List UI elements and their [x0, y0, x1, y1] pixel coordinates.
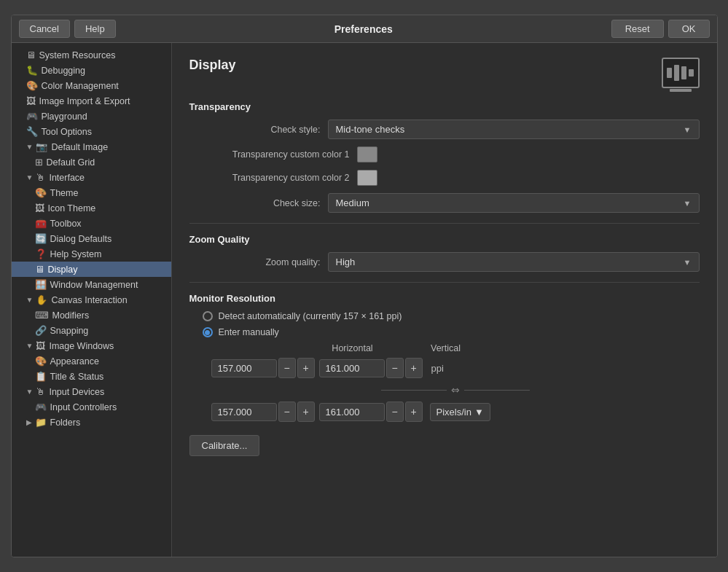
- zoom-quality-section: Zoom Quality Zoom quality: High ▼: [189, 234, 700, 272]
- v-plus-btn-2[interactable]: +: [405, 401, 423, 422]
- sidebar-item-input-devices[interactable]: ▼ 🖱 Input Devices: [12, 384, 171, 399]
- sidebar-item-label: Snapping: [50, 326, 89, 336]
- display-icon-container: [662, 58, 700, 88]
- sidebar-item-label: Icon Theme: [48, 203, 96, 213]
- sidebar-item-image-import-export[interactable]: 🖼 Image Import & Export: [12, 93, 171, 109]
- sidebar-item-modifiers[interactable]: ⌨ Modifiers: [12, 307, 171, 323]
- v-minus-btn-2[interactable]: −: [386, 401, 404, 422]
- v-minus-btn-1[interactable]: −: [386, 358, 404, 378]
- h-minus-btn-1[interactable]: −: [278, 358, 296, 378]
- sidebar-item-tool-options[interactable]: 🔧 Tool Options: [12, 124, 171, 139]
- custom-color-1-row: Transparency custom color 1: [189, 146, 700, 162]
- sidebar-item-interface[interactable]: ▼ 🖱 Interface: [12, 170, 171, 185]
- check-size-row: Check size: Medium ▼: [189, 193, 700, 213]
- debugging-icon: 🐛: [26, 65, 38, 76]
- preferences-window: Cancel Help Preferences Reset OK 🖥 Syste…: [11, 15, 718, 557]
- sidebar-item-label: System Resources: [39, 50, 116, 60]
- display-monitor-icon: [662, 58, 700, 88]
- vertical-input-1[interactable]: [319, 359, 385, 377]
- content-area: Display Transparency: [172, 43, 717, 557]
- check-style-row: Check style: Mid-tone checks ▼: [189, 120, 700, 139]
- main-area: 🖥 System Resources 🐛 Debugging 🎨 Color M…: [12, 43, 717, 557]
- check-style-dropdown[interactable]: Mid-tone checks ▼: [328, 120, 700, 139]
- auto-detect-radio[interactable]: [203, 311, 213, 321]
- sidebar-item-label: Image Windows: [49, 341, 114, 351]
- input-controllers-icon: 🎮: [35, 401, 47, 412]
- h-minus-btn-2[interactable]: −: [278, 401, 296, 422]
- reset-button[interactable]: Reset: [611, 20, 664, 38]
- tool-options-icon: 🔧: [26, 126, 38, 137]
- sidebar-item-label: Default Grid: [47, 157, 95, 168]
- h-plus-btn-1[interactable]: +: [297, 358, 315, 378]
- manual-radio[interactable]: [203, 327, 213, 337]
- sidebar-item-folders[interactable]: ▶ 📁 Folders: [12, 415, 171, 430]
- custom-color-2-row: Transparency custom color 2: [189, 170, 700, 186]
- vertical-input-2[interactable]: [319, 403, 385, 421]
- sidebar-item-appearance[interactable]: 🎨 Appearance: [12, 353, 171, 369]
- manual-label: Enter manually: [219, 327, 279, 337]
- image-import-export-icon: 🖼: [26, 95, 36, 106]
- check-size-dropdown[interactable]: Medium ▼: [328, 193, 700, 213]
- check-style-label: Check style:: [189, 125, 321, 135]
- sidebar-item-window-management[interactable]: 🪟 Window Management: [12, 277, 171, 292]
- horizontal-input-group-1: − +: [211, 358, 315, 378]
- page-title: Display: [189, 58, 236, 73]
- manual-inputs: Horizontal Vertical − + − +: [211, 343, 700, 422]
- collapse-arrow: ▼: [26, 296, 34, 304]
- sidebar-item-theme[interactable]: 🎨 Theme: [12, 185, 171, 200]
- custom-color-2-label: Transparency custom color 2: [189, 173, 350, 183]
- calibrate-button[interactable]: Calibrate...: [189, 435, 260, 456]
- col-headers: Horizontal Vertical: [214, 343, 700, 353]
- monitor-base: [670, 89, 692, 92]
- sidebar-item-input-controllers[interactable]: 🎮 Input Controllers: [12, 399, 171, 415]
- horizontal-input-2[interactable]: [211, 403, 277, 421]
- h-plus-btn-2[interactable]: +: [297, 401, 315, 422]
- input-devices-icon: 🖱: [36, 386, 45, 397]
- titlebar: Cancel Help Preferences Reset OK: [12, 15, 717, 43]
- cancel-button[interactable]: Cancel: [19, 20, 70, 38]
- sidebar-item-debugging[interactable]: 🐛 Debugging: [12, 63, 171, 78]
- units-dropdown[interactable]: Pixels/in ▼: [430, 403, 490, 421]
- sidebar-item-label: Canvas Interaction: [51, 295, 127, 305]
- sidebar-item-snapping[interactable]: 🔗 Snapping: [12, 323, 171, 338]
- sidebar-item-label: Dialog Defaults: [50, 234, 112, 244]
- sidebar-item-playground[interactable]: 🎮 Playground: [12, 109, 171, 124]
- ok-button[interactable]: OK: [668, 20, 710, 38]
- dialog-defaults-icon: 🔄: [35, 233, 47, 244]
- sidebar-item-label: Title & Status: [50, 372, 104, 382]
- sidebar-item-color-management[interactable]: 🎨 Color Management: [12, 78, 171, 93]
- sidebar-item-default-grid[interactable]: ⊞ Default Grid: [12, 154, 171, 170]
- sidebar-item-label: Image Import & Export: [39, 96, 130, 106]
- window-management-icon: 🪟: [35, 279, 47, 290]
- sidebar-item-title-status[interactable]: 📋 Title & Status: [12, 369, 171, 384]
- sidebar-item-display[interactable]: 🖥 Display: [12, 262, 171, 277]
- sidebar-item-toolbox[interactable]: 🧰 Toolbox: [12, 216, 171, 231]
- zoom-quality-row: Zoom quality: High ▼: [189, 252, 700, 272]
- sidebar-item-label: Theme: [50, 188, 79, 198]
- horizontal-col-label: Horizontal: [310, 343, 395, 353]
- vertical-col-label: Vertical: [404, 343, 488, 353]
- sidebar-item-default-image[interactable]: ▼ 📷 Default Image: [12, 139, 171, 154]
- sidebar-item-system-resources[interactable]: 🖥 System Resources: [12, 47, 171, 63]
- sidebar-item-canvas-interaction[interactable]: ▼ ✋ Canvas Interaction: [12, 292, 171, 307]
- sidebar-item-label: Folders: [50, 418, 81, 428]
- sidebar-item-help-system[interactable]: ❓ Help System: [12, 246, 171, 262]
- custom-color-2-swatch[interactable]: [357, 170, 377, 186]
- bar3: [681, 66, 686, 79]
- help-button[interactable]: Help: [74, 20, 116, 38]
- toolbox-icon: 🧰: [35, 218, 47, 229]
- vertical-input-group-1: − +: [319, 358, 423, 378]
- sidebar-item-icon-theme[interactable]: 🖼 Icon Theme: [12, 200, 171, 216]
- horizontal-input-1[interactable]: [211, 359, 277, 377]
- sidebar-item-label: Display: [48, 265, 78, 275]
- custom-color-1-swatch[interactable]: [357, 146, 377, 162]
- sidebar-item-image-windows[interactable]: ▼ 🖼 Image Windows: [12, 338, 171, 353]
- v-plus-btn-1[interactable]: +: [405, 358, 423, 378]
- pixels-row: − + − + Pixels/in ▼: [211, 401, 700, 422]
- auto-detect-label: Detect automatically (currently 157 × 16…: [219, 311, 402, 321]
- sidebar-item-dialog-defaults[interactable]: 🔄 Dialog Defaults: [12, 231, 171, 246]
- dropdown-arrow-icon: ▼: [684, 258, 692, 267]
- monitor-resolution-title: Monitor Resolution: [189, 293, 700, 304]
- theme-icon: 🎨: [35, 187, 47, 198]
- zoom-quality-dropdown[interactable]: High ▼: [328, 252, 700, 272]
